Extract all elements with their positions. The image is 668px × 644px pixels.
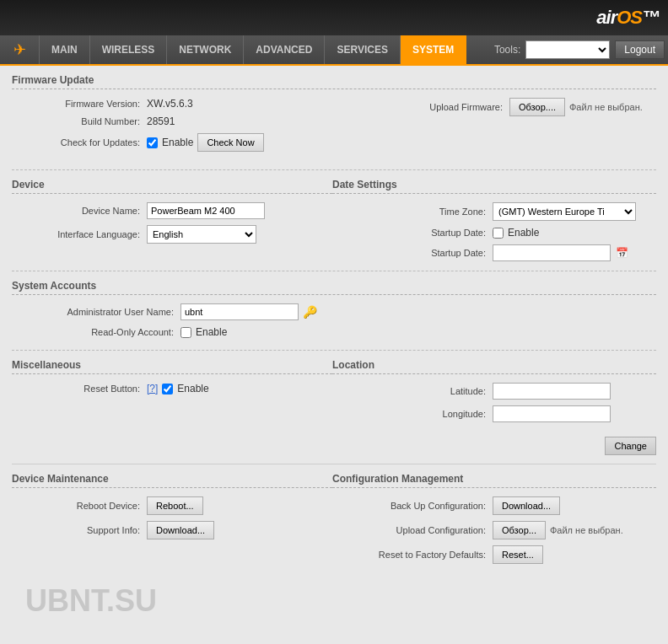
reset-factory-row: Reset to Factory Defaults: Reset... — [332, 545, 656, 564]
backup-config-row: Back Up Configuration: Download... — [332, 496, 656, 515]
miscellaneous-section: Miscellaneous Reset Button: [?] Enable — [12, 359, 332, 428]
build-number-value: 28591 — [147, 115, 175, 127]
tab-system[interactable]: SYSTEM — [401, 35, 466, 64]
admin-user-label: Administrator User Name: — [12, 307, 180, 317]
logo-air: air — [596, 7, 617, 28]
device-date-row: Device Device Name: Interface Language: … — [12, 179, 656, 267]
firmware-section-title: Firmware Update — [12, 74, 656, 89]
startup-date-label: Startup Date: — [332, 228, 493, 238]
upload-firmware-row: Upload Firmware: Обзор.... Файл не выбра… — [349, 98, 656, 116]
support-label: Support Info: — [12, 525, 147, 535]
ubnt-icon: ✈ — [13, 40, 26, 59]
location-section: Location Latitude: Longitude: — [332, 359, 656, 428]
date-settings-section: Date Settings Time Zone: (GMT) Western E… — [332, 179, 656, 267]
check-now-button[interactable]: Check Now — [197, 133, 263, 152]
tab-wireless[interactable]: WIRELESS — [90, 35, 168, 64]
latitude-row: Latitude: — [332, 383, 656, 400]
device-name-label: Device Name: — [12, 206, 147, 216]
change-row: Change — [12, 437, 656, 464]
main-content: Firmware Update Firmware Version: XW.v5.… — [0, 66, 668, 644]
reset-button-label: Reset Button: — [12, 384, 147, 394]
system-accounts-section: System Accounts Administrator User Name:… — [12, 280, 656, 338]
readonly-enable-label: Enable — [196, 326, 227, 338]
check-enable-checkbox[interactable] — [147, 137, 158, 148]
device-section-title: Device — [12, 179, 332, 194]
backup-download-button[interactable]: Download... — [493, 496, 560, 515]
upload-config-label: Upload Configuration: — [332, 525, 493, 535]
longitude-label: Longitude: — [332, 409, 493, 419]
startup-date-field-row: Startup Date: 📅 — [332, 244, 656, 261]
config-management-title: Configuration Management — [332, 473, 656, 488]
navigation: ✈ MAIN WIRELESS NETWORK ADVANCED SERVICE… — [0, 35, 668, 66]
timezone-row: Time Zone: (GMT) Western Europe Ti — [332, 202, 656, 221]
reset-enable-label: Enable — [177, 383, 208, 394]
build-number-row: Build Number: 28591 — [12, 115, 349, 127]
admin-user-input[interactable] — [180, 303, 299, 320]
reboot-label: Reboot Device: — [12, 501, 147, 511]
interface-lang-row: Interface Language: English Русский Deut… — [12, 225, 332, 244]
tab-services[interactable]: SERVICES — [325, 35, 400, 64]
upload-config-browse-button[interactable]: Обзор... — [493, 521, 546, 539]
support-download-button[interactable]: Download... — [147, 521, 214, 539]
upload-firmware-file-label: Файл не выбран. — [569, 102, 643, 112]
miscellaneous-title: Miscellaneous — [12, 359, 332, 374]
tab-main[interactable]: MAIN — [39, 35, 90, 64]
header: airOS™ — [0, 0, 668, 35]
config-management-section: Configuration Management Back Up Configu… — [332, 473, 656, 570]
readonly-account-label: Read-Only Account: — [12, 327, 180, 337]
firmware-version-value: XW.v5.6.3 — [147, 98, 193, 110]
key-icon: 🔑 — [303, 305, 317, 319]
readonly-checkbox[interactable] — [180, 327, 191, 338]
reset-factory-label: Reset to Factory Defaults: — [332, 550, 493, 560]
firmware-version-label: Firmware Version: — [12, 99, 147, 109]
startup-date-enable-label: Enable — [508, 227, 539, 239]
logo: airOS™ — [596, 7, 660, 29]
tab-network[interactable]: NETWORK — [167, 35, 244, 64]
upload-config-file-label: Файл не выбран. — [550, 525, 623, 535]
startup-date-enable-row: Startup Date: Enable — [332, 227, 656, 239]
device-section: Device Device Name: Interface Language: … — [12, 179, 332, 267]
location-title: Location — [332, 359, 656, 374]
device-name-input[interactable] — [147, 202, 265, 219]
firmware-section: Firmware Update Firmware Version: XW.v5.… — [12, 74, 656, 158]
reset-button-row: Reset Button: [?] Enable — [12, 383, 332, 394]
longitude-row: Longitude: — [332, 405, 656, 422]
upload-firmware-label: Upload Firmware: — [349, 102, 509, 112]
device-name-row: Device Name: — [12, 202, 332, 219]
latitude-label: Latitude: — [332, 386, 493, 396]
startup-date-checkbox[interactable] — [493, 228, 504, 239]
timezone-label: Time Zone: — [332, 207, 493, 217]
bottom-section: Device Maintenance Reboot Device: Reboot… — [12, 473, 656, 570]
backup-config-label: Back Up Configuration: — [332, 501, 493, 511]
support-info-row: Support Info: Download... — [12, 521, 332, 539]
change-button[interactable]: Change — [605, 437, 656, 455]
firmware-version-row: Firmware Version: XW.v5.6.3 — [12, 98, 349, 110]
check-enable-label: Enable — [162, 137, 193, 148]
system-accounts-title: System Accounts — [12, 280, 656, 295]
longitude-input[interactable] — [493, 405, 611, 422]
interface-lang-label: Interface Language: — [12, 229, 147, 239]
reboot-button[interactable]: Reboot... — [147, 496, 203, 515]
upload-firmware-browse-button[interactable]: Обзор.... — [509, 98, 565, 116]
device-maintenance-title: Device Maintenance — [12, 473, 332, 488]
calendar-icon[interactable]: 📅 — [615, 246, 628, 260]
readonly-account-row: Read-Only Account: Enable — [12, 326, 656, 338]
nav-logo-icon: ✈ — [3, 38, 35, 62]
check-updates-label: Check for Updates: — [12, 137, 147, 148]
reset-enable-checkbox[interactable] — [162, 384, 173, 394]
startup-date-input[interactable] — [493, 244, 611, 261]
tab-advanced[interactable]: ADVANCED — [244, 35, 325, 64]
admin-user-row: Administrator User Name: 🔑 — [12, 303, 656, 320]
interface-lang-select[interactable]: English Русский Deutsch Français — [147, 225, 256, 244]
logout-button[interactable]: Logout — [615, 40, 665, 59]
reboot-row: Reboot Device: Reboot... — [12, 496, 332, 515]
latitude-input[interactable] — [493, 383, 611, 400]
date-settings-title: Date Settings — [332, 179, 656, 194]
reset-help-link[interactable]: [?] — [147, 383, 158, 394]
check-updates-row: Check for Updates: Enable Check Now — [12, 133, 349, 152]
reset-factory-button[interactable]: Reset... — [493, 545, 543, 564]
misc-location-row: Miscellaneous Reset Button: [?] Enable L… — [12, 359, 656, 428]
timezone-select[interactable]: (GMT) Western Europe Ti — [493, 202, 636, 221]
upload-config-row: Upload Configuration: Обзор... Файл не в… — [332, 521, 656, 539]
tools-select[interactable] — [525, 40, 610, 59]
